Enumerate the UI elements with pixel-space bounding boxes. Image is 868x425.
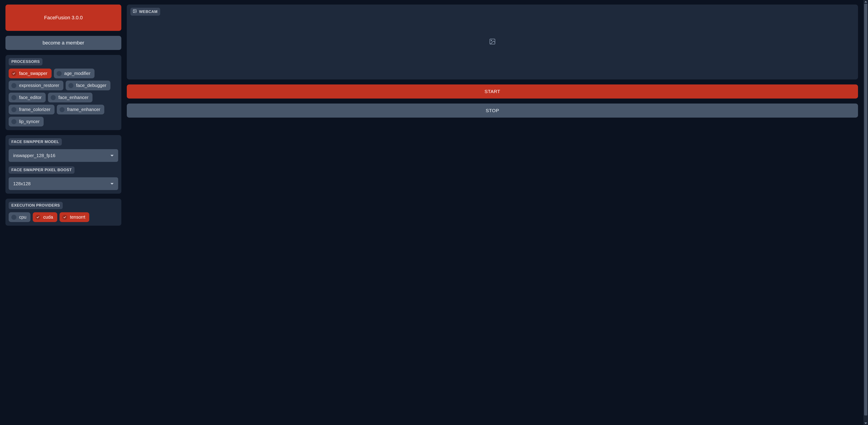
chevron-down-icon — [111, 183, 114, 185]
chip-label: face_enhancer — [58, 95, 88, 100]
chip-label: face_editor — [19, 95, 41, 100]
swapper-model-value: inswapper_128_fp16 — [13, 153, 56, 158]
unchecked-dot-icon — [51, 95, 56, 100]
scroll-down-icon[interactable] — [864, 423, 867, 424]
sidebar: FaceFusion 3.0.0 become a member PROCESS… — [5, 4, 121, 421]
main-area: WEBCAM START STOP — [127, 4, 858, 421]
chevron-down-icon — [111, 155, 114, 156]
image-placeholder-icon — [489, 38, 496, 46]
webcam-preview: WEBCAM — [127, 4, 858, 79]
execution-providers-panel: EXECUTION PROVIDERS cpucudatensorrt — [5, 199, 121, 226]
unchecked-dot-icon — [11, 119, 17, 124]
webcam-label: WEBCAM — [139, 9, 157, 14]
chip-label: frame_colorizer — [19, 107, 51, 112]
webcam-tag: WEBCAM — [130, 8, 160, 16]
execution-chip-group: cpucudatensorrt — [9, 212, 118, 222]
scrollbar[interactable] — [864, 0, 868, 425]
svg-point-1 — [134, 10, 134, 11]
pixel-boost-select[interactable]: 128x128 — [9, 177, 118, 190]
processors-label: PROCESSORS — [9, 58, 42, 65]
execution-chip-tensorrt[interactable]: tensorrt — [60, 212, 90, 222]
processors-panel: PROCESSORS face_swapperage_modifierexpre… — [5, 55, 121, 130]
processor-chip-frame_enhancer[interactable]: frame_enhancer — [57, 105, 104, 115]
chip-label: age_modifier — [64, 71, 91, 76]
chip-label: face_debugger — [76, 83, 106, 88]
processor-chip-face_enhancer[interactable]: face_enhancer — [48, 93, 92, 102]
start-button[interactable]: START — [127, 85, 858, 99]
check-icon — [11, 71, 17, 76]
start-label: START — [485, 89, 500, 94]
app-title-banner: FaceFusion 3.0.0 — [5, 4, 121, 31]
unchecked-dot-icon — [57, 71, 62, 76]
processor-chip-face_debugger[interactable]: face_debugger — [66, 80, 111, 90]
swapper-model-label: FACE SWAPPER MODEL — [9, 138, 62, 145]
app-title: FaceFusion 3.0.0 — [44, 15, 83, 21]
scroll-up-icon[interactable] — [864, 1, 867, 2]
unchecked-dot-icon — [11, 95, 17, 100]
pixel-boost-label: FACE SWAPPER PIXEL BOOST — [9, 166, 74, 174]
chip-label: lip_syncer — [19, 119, 39, 124]
stop-button[interactable]: STOP — [127, 103, 858, 118]
processors-chip-group: face_swapperage_modifierexpression_resto… — [9, 69, 118, 126]
execution-chip-cpu[interactable]: cpu — [9, 212, 30, 222]
unchecked-dot-icon — [11, 83, 17, 88]
image-icon — [133, 9, 137, 14]
chip-label: face_swapper — [19, 71, 48, 76]
check-icon — [35, 215, 40, 220]
processor-chip-lip_syncer[interactable]: lip_syncer — [9, 117, 43, 126]
unchecked-dot-icon — [60, 107, 65, 112]
execution-chip-cuda[interactable]: cuda — [33, 212, 57, 222]
stop-label: STOP — [486, 108, 499, 113]
processor-chip-face_editor[interactable]: face_editor — [9, 93, 46, 102]
swapper-settings-panel: FACE SWAPPER MODEL inswapper_128_fp16 FA… — [5, 135, 121, 194]
unchecked-dot-icon — [68, 83, 73, 88]
swapper-model-select[interactable]: inswapper_128_fp16 — [9, 149, 118, 162]
chip-label: tensorrt — [70, 215, 86, 220]
processor-chip-face_swapper[interactable]: face_swapper — [9, 69, 52, 78]
unchecked-dot-icon — [11, 215, 17, 220]
chip-label: expression_restorer — [19, 83, 59, 88]
become-member-button[interactable]: become a member — [5, 36, 121, 50]
scrollbar-thumb[interactable] — [864, 4, 867, 416]
processor-chip-expression_restorer[interactable]: expression_restorer — [9, 80, 63, 90]
chip-label: cpu — [19, 215, 26, 220]
chip-label: cuda — [43, 215, 53, 220]
pixel-boost-value: 128x128 — [13, 181, 31, 186]
processor-chip-age_modifier[interactable]: age_modifier — [54, 69, 95, 78]
svg-point-3 — [491, 40, 492, 41]
chip-label: frame_enhancer — [67, 107, 100, 112]
execution-providers-label: EXECUTION PROVIDERS — [9, 202, 63, 209]
processor-chip-frame_colorizer[interactable]: frame_colorizer — [9, 105, 55, 115]
become-member-label: become a member — [42, 40, 84, 46]
check-icon — [62, 215, 67, 220]
unchecked-dot-icon — [11, 107, 17, 112]
